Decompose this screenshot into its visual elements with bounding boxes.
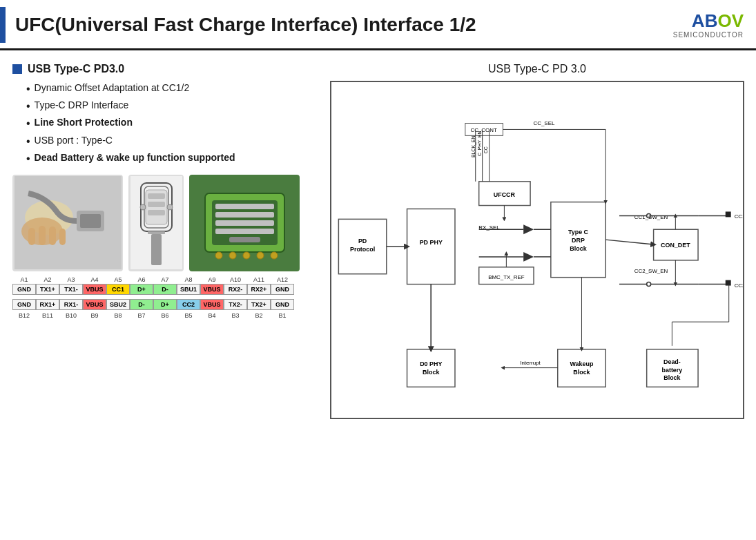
svg-point-28 — [215, 252, 222, 259]
svg-rect-81 — [726, 211, 731, 217]
svg-text:CC_CONT: CC_CONT — [470, 127, 496, 133]
main-content: USB Type-C PD3.0 Dynamic Offset Adaptati… — [0, 50, 756, 426]
svg-text:Protocol: Protocol — [350, 246, 375, 253]
svg-text:Type C: Type C — [568, 229, 589, 235]
logo-semiconductor: SEMICONDUCTOR — [673, 31, 744, 39]
header-blue-accent — [0, 7, 6, 43]
svg-point-18 — [140, 204, 146, 210]
svg-point-32 — [271, 252, 278, 259]
svg-text:Block: Block — [573, 369, 590, 376]
hand-plug-image — [12, 175, 123, 271]
pin-row-b-labels: B12 B11 B10 B9 B8 B7 B6 B5 B4 B3 B2 B1 — [12, 311, 316, 320]
svg-rect-5 — [28, 228, 35, 245]
svg-rect-8 — [59, 229, 66, 245]
svg-rect-24 — [215, 212, 274, 218]
svg-rect-26 — [215, 229, 274, 234]
svg-text:battery: battery — [662, 367, 683, 374]
list-item: Dynamic Offset Adaptation at CC1/2 — [26, 82, 316, 95]
svg-text:CC: CC — [483, 146, 488, 153]
svg-rect-27 — [229, 237, 260, 242]
pin-table: A1 A2 A3 A4 A5 A6 A7 A8 A9 A10 A11 A12 — [12, 276, 316, 320]
svg-rect-7 — [49, 226, 56, 245]
svg-marker-71 — [523, 224, 534, 234]
list-item: USB port : Type-C — [26, 135, 316, 148]
svg-rect-23 — [215, 204, 274, 209]
svg-text:CC2: CC2 — [735, 282, 743, 289]
page-title: UFC(Universal Fast Charge Interface) Int… — [15, 14, 673, 36]
logo-letter-a: A — [692, 10, 705, 31]
svg-rect-16 — [148, 231, 165, 234]
logo-letter-o: O — [717, 10, 731, 31]
diagram-container: PD Protocol PD PHY UFCCR RX_SEL Type C D… — [330, 81, 744, 419]
svg-marker-74 — [523, 252, 534, 262]
svg-rect-13 — [148, 193, 165, 199]
svg-point-19 — [167, 204, 173, 210]
list-item: Line Short Protection — [26, 117, 316, 130]
svg-text:Wakeup: Wakeup — [570, 360, 594, 367]
pin-row-b-values: GND RX1+ RX1- VBUS SBU2 D- D+ CC2 VBUS T… — [12, 299, 316, 310]
svg-point-31 — [257, 252, 264, 259]
svg-text:CC1: CC1 — [735, 213, 743, 220]
svg-rect-15 — [148, 210, 165, 215]
list-item: Dead Battery & wake up function supporte… — [26, 152, 316, 165]
svg-rect-6 — [39, 226, 46, 245]
svg-point-94 — [647, 282, 651, 287]
section-title: USB Type-C PD3.0 — [12, 63, 316, 75]
feature-list: Dynamic Offset Adaptation at CC1/2 Type-… — [12, 82, 316, 165]
page-header: UFC(Universal Fast Charge Interface) Int… — [0, 0, 756, 50]
connector-area: A1 A2 A3 A4 A5 A6 A7 A8 A9 A10 A11 A12 — [12, 175, 316, 320]
svg-rect-17 — [151, 234, 162, 265]
green-connector-image — [189, 175, 300, 271]
right-panel: USB Type-C PD 3.0 PD Protocol PD PHY UFC… — [330, 63, 744, 419]
svg-rect-84 — [726, 280, 731, 286]
svg-text:PD PHY: PD PHY — [420, 239, 443, 246]
svg-rect-36 — [407, 209, 455, 284]
svg-point-30 — [243, 252, 250, 259]
svg-text:CON_DET: CON_DET — [661, 242, 690, 249]
list-item: Type-C DRP Interface — [26, 99, 316, 113]
usb-cable-image — [128, 175, 184, 271]
pin-row-a-labels: A1 A2 A3 A4 A5 A6 A7 A8 A9 A10 A11 A12 — [12, 276, 316, 284]
svg-point-29 — [229, 252, 236, 259]
abov-logo: ABOV SEMICONDUCTOR — [673, 12, 744, 39]
diagram-title: USB Type-C PD 3.0 — [330, 63, 744, 75]
diagram-svg: PD Protocol PD PHY UFCCR RX_SEL Type C D… — [331, 82, 743, 418]
pin-row-a-group: A1 A2 A3 A4 A5 A6 A7 A8 A9 A10 A11 A12 — [12, 276, 316, 295]
svg-line-79 — [605, 240, 653, 244]
svg-text:Block: Block — [570, 245, 586, 252]
svg-rect-3 — [80, 214, 101, 228]
svg-text:Block: Block — [423, 369, 439, 376]
pin-row-b-group: GND RX1+ RX1- VBUS SBU2 D- D+ CC2 VBUS T… — [12, 299, 316, 320]
left-panel: USB Type-C PD3.0 Dynamic Offset Adaptati… — [12, 63, 316, 419]
svg-text:Block: Block — [663, 374, 680, 381]
logo-letter-b: B — [705, 10, 718, 31]
svg-text:PD: PD — [358, 238, 367, 244]
svg-text:Interrupt: Interrupt — [520, 360, 541, 366]
svg-text:CC_SEL: CC_SEL — [534, 120, 555, 126]
pin-row-a-values: GND TX1+ TX1- VBUS CC1 D+ D- SBU1 VBUS R… — [12, 284, 316, 295]
svg-rect-14 — [148, 202, 165, 207]
svg-text:Dead-: Dead- — [663, 358, 681, 365]
svg-text:D0 PHY: D0 PHY — [420, 360, 442, 367]
svg-rect-25 — [215, 220, 274, 226]
svg-text:C_PHY_EN: C_PHY_EN — [477, 131, 483, 156]
logo-letter-v: V — [732, 10, 744, 31]
connector-images — [12, 175, 316, 271]
svg-text:UFCCR: UFCCR — [494, 191, 516, 198]
svg-text:DRP: DRP — [572, 237, 585, 244]
svg-text:BMC_TX_REF: BMC_TX_REF — [488, 274, 525, 280]
svg-text:CC2_SW_EN: CC2_SW_EN — [634, 268, 668, 274]
